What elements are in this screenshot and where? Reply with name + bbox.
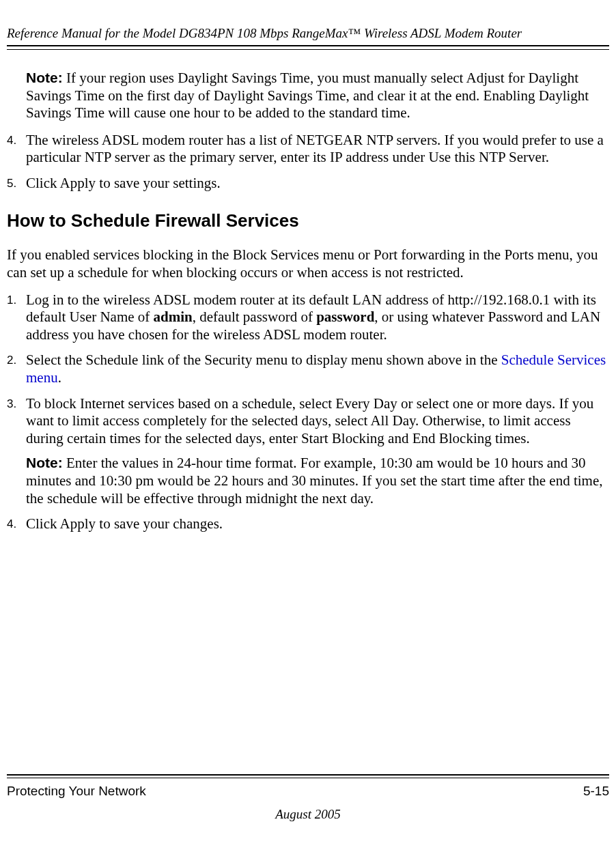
footer-line: Protecting Your Network 5-15 bbox=[0, 784, 616, 799]
step-text: To block Internet services based on a sc… bbox=[26, 395, 609, 448]
footer-date: August 2005 bbox=[0, 807, 616, 822]
top-note: Note: If your region uses Daylight Savin… bbox=[26, 69, 609, 122]
footer-page-number: 5-15 bbox=[583, 784, 609, 799]
note-label: Note: bbox=[26, 455, 63, 470]
list-item: 5. Click Apply to save your settings. bbox=[7, 175, 609, 193]
list-number: 2. bbox=[7, 352, 26, 386]
list-number: 4. bbox=[7, 132, 26, 167]
bold-text: admin bbox=[154, 309, 193, 325]
list-item: 1. Log in to the wireless ADSL modem rou… bbox=[7, 292, 609, 344]
note-text: Enter the values in 24-hour time format.… bbox=[26, 455, 603, 506]
section-heading: How to Schedule Firewall Services bbox=[7, 210, 609, 232]
text-part: Select the Schedule link of the Security… bbox=[26, 352, 501, 368]
running-header: Reference Manual for the Model DG834PN 1… bbox=[0, 26, 616, 45]
page: Reference Manual for the Model DG834PN 1… bbox=[0, 0, 616, 852]
list-number: 1. bbox=[7, 292, 26, 344]
list-number: 3. bbox=[7, 395, 26, 508]
list-item: 2. Select the Schedule link of the Secur… bbox=[7, 352, 609, 386]
list-item: 3. To block Internet services based on a… bbox=[7, 395, 609, 508]
step-note: Note: Enter the values in 24-hour time f… bbox=[26, 454, 609, 507]
page-footer: Protecting Your Network 5-15 August 2005 bbox=[0, 774, 616, 822]
note-text: If your region uses Daylight Savings Tim… bbox=[26, 70, 589, 121]
footer-section: Protecting Your Network bbox=[7, 784, 146, 799]
list-body: Log in to the wireless ADSL modem router… bbox=[26, 292, 609, 344]
text-part: . bbox=[58, 369, 61, 386]
list-item: 4. Click Apply to save your changes. bbox=[7, 515, 609, 533]
list-body: Click Apply to save your changes. bbox=[26, 515, 609, 533]
steps-list: 1. Log in to the wireless ADSL modem rou… bbox=[7, 292, 609, 533]
list-body: The wireless ADSL modem router has a lis… bbox=[26, 132, 609, 167]
note-label: Note: bbox=[26, 70, 63, 85]
continued-list: 4. The wireless ADSL modem router has a … bbox=[7, 132, 609, 193]
list-body: Click Apply to save your settings. bbox=[26, 175, 609, 193]
list-body: To block Internet services based on a sc… bbox=[26, 395, 609, 508]
header-rule-thick bbox=[7, 45, 609, 46]
list-body: Select the Schedule link of the Security… bbox=[26, 352, 609, 386]
list-item: 4. The wireless ADSL modem router has a … bbox=[7, 132, 609, 167]
text-part: , default password of bbox=[193, 309, 316, 325]
content-area: Note: If your region uses Daylight Savin… bbox=[0, 69, 616, 533]
footer-rule-thin bbox=[7, 778, 609, 778]
header-rule-thin bbox=[7, 49, 609, 50]
bold-text: password bbox=[316, 309, 374, 325]
intro-paragraph: If you enabled services blocking in the … bbox=[7, 246, 609, 281]
list-number: 4. bbox=[7, 515, 26, 533]
footer-rule-thick bbox=[7, 774, 609, 776]
list-number: 5. bbox=[7, 175, 26, 193]
